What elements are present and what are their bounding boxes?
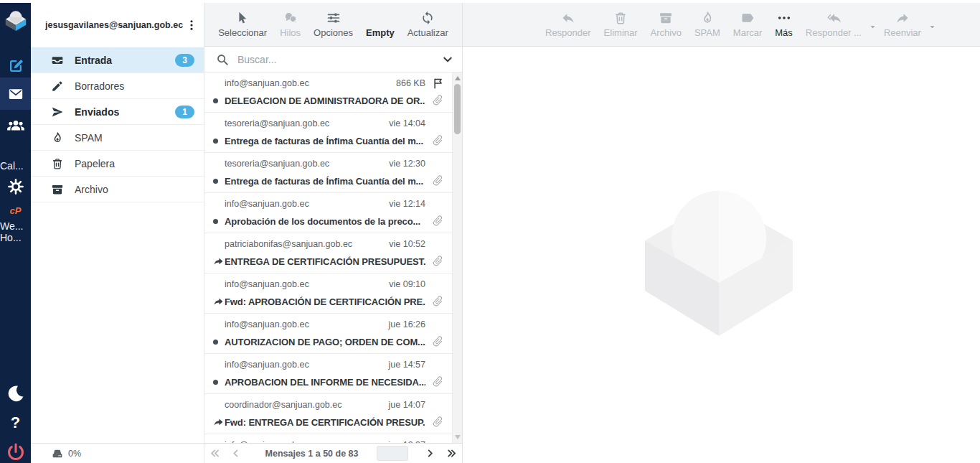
message-date: vie 10:52 [389,239,425,249]
forwarded-status-icon [213,296,224,307]
forwarded-status-icon [213,256,224,267]
account-header: jesusgavilanes@sanjuan.gob.ec [31,3,204,47]
last-page-button[interactable] [446,447,457,459]
message-row[interactable]: info@sanjuan.gob.ec 866 KB DELEGACION DE… [204,73,462,113]
inbox-icon [51,54,64,67]
compose-button[interactable] [0,55,31,78]
caret-down-icon[interactable] [928,22,937,32]
message-status [213,219,225,224]
message-sender: info@sanjuan.gob.ec [225,279,383,289]
message-row[interactable]: tesoreria@sanjuan.gob.ec vie 12:30 Entre… [204,153,462,193]
folder-label: Enviados [75,106,175,118]
gear-icon [7,178,24,195]
message-date: jue 14:07 [389,400,425,410]
toolbar-button-marcar[interactable]: Marcar [727,11,768,38]
message-sender: info@sanjuan.gob.ec [225,360,383,370]
message-date: 866 KB [396,78,425,88]
page-number-input[interactable] [377,446,408,461]
settings-nav-button[interactable] [0,175,31,198]
toolbar-button-m-s[interactable]: Más [768,11,799,38]
scroll-up-arrow[interactable] [455,76,461,80]
first-page-button[interactable] [209,447,220,459]
message-sender: tesoreria@sanjuan.gob.ec [225,118,383,128]
toolbar-button-seleccionar[interactable]: Seleccionar [212,11,273,38]
compose-icon [7,57,24,75]
attachment-icon [432,255,444,267]
storage-icon [51,447,64,460]
folder-item-spam[interactable]: SPAM [31,125,204,151]
toolbar-button-empty[interactable]: Empty [359,11,401,38]
toolbar-button-eliminar[interactable]: Eliminar [598,11,644,38]
prev-page-button[interactable] [230,447,241,459]
message-status [213,98,225,103]
scrollbar-thumb[interactable] [454,84,461,134]
message-subject: Aprobación de los documentos de la preco… [225,216,425,227]
folder-item-entrada[interactable]: Entrada 3 [31,47,204,73]
quota-value: 0% [68,449,81,459]
mail-nav-button[interactable] [0,78,31,110]
search-input[interactable] [236,53,435,66]
message-list-panel: Seleccionar Hilos Opciones Empty Actuali… [204,3,463,463]
folder-item-archivo[interactable]: Archivo [31,177,204,202]
list-scrollbar[interactable] [452,73,462,443]
message-subject: AUTORIZACION DE PAGO; ORDEN DE COM... [225,337,425,347]
message-row[interactable]: tesoreria@sanjuan.gob.ec vie 14:04 Entre… [204,113,462,153]
caret-down-icon[interactable] [868,22,877,32]
toolbar-button-responder[interactable]: Responder ... [799,11,868,38]
content-panel: Responder Eliminar Archivo SPAM Marcar M… [463,3,980,463]
contacts-nav-button[interactable] [0,115,31,138]
message-row[interactable]: info@sanjuan.gob.ec jue 16:26 AUTORIZACI… [204,314,462,354]
attachment-icon [432,416,444,428]
message-row[interactable]: coordinador@sanjuan.gob.ec jue 14:07 Fwd… [204,394,462,434]
toolbar-button-reenviar[interactable]: Reenviar [877,11,928,38]
chevron-down-icon[interactable] [442,54,453,65]
flame-icon [699,11,715,25]
message-toolbar: Responder Eliminar Archivo SPAM Marcar M… [463,3,980,47]
next-page-button[interactable] [425,447,435,459]
toolbar-button-actualizar[interactable]: Actualizar [401,11,455,38]
attachment-icon [432,94,444,106]
toolbar-button-archivo[interactable]: Archivo [644,11,688,38]
moon-icon [6,384,25,403]
account-email: jesusgavilanes@sanjuan.gob.ec [45,20,185,30]
scroll-down-arrow[interactable] [455,435,461,439]
unread-badge: 3 [175,54,194,67]
toolbar-button-spam[interactable]: SPAM [688,11,727,38]
dark-mode-button[interactable] [0,382,31,405]
kebab-menu-icon[interactable] [185,18,198,32]
folder-item-borradores[interactable]: Borradores [31,73,204,99]
folder-item-papelera[interactable]: Papelera [31,151,204,177]
message-row[interactable]: info@sanjuan.gob.ec jue 12:37 [204,434,462,443]
message-subject: ENTREGA DE CERTIFICACIÓN PRESUPUEST... [225,256,425,267]
message-row[interactable]: info@sanjuan.gob.ec vie 09:10 Fwd: APROB… [204,273,462,314]
people-icon [6,117,25,136]
toolbar-button-opciones[interactable]: Opciones [307,11,359,38]
pencil-icon [51,80,64,93]
roundcube-logo [0,6,31,34]
message-status [213,256,225,267]
reply-all-icon [826,11,842,25]
logout-button[interactable] [0,441,31,463]
message-row[interactable]: patriciabonifas@sanjuan.gob.ec vie 10:52… [204,233,462,273]
flag-icon[interactable] [432,77,445,90]
calendar-nav-label[interactable]: Cal... [0,160,31,172]
cpanel-logo[interactable]: cP [0,204,31,217]
unread-dot [213,219,218,224]
help-button[interactable]: ? [0,413,31,433]
message-row[interactable]: info@sanjuan.gob.ec jue 14:57 APROBACION… [204,354,462,394]
envelope-icon [8,86,24,102]
reply-icon [560,11,576,25]
message-status [213,179,225,184]
message-status [213,139,225,144]
toolbar-button-responder[interactable]: Responder [539,11,598,38]
folder-label: Papelera [75,158,204,169]
message-status [213,417,225,428]
send-icon [51,106,64,118]
message-list: info@sanjuan.gob.ec 866 KB DELEGACION DE… [204,73,462,443]
webmail-home-label[interactable]: We... Ho... [0,220,31,243]
message-subject: Entrega de facturas de Ínfima Cuantía de… [225,176,425,187]
message-row[interactable]: info@sanjuan.gob.ec vie 12:14 Aprobación… [204,193,462,233]
folder-item-enviados[interactable]: Enviados 1 [31,99,204,125]
message-sender: info@sanjuan.gob.ec [225,319,383,329]
toolbar-button-hilos[interactable]: Hilos [273,11,307,38]
